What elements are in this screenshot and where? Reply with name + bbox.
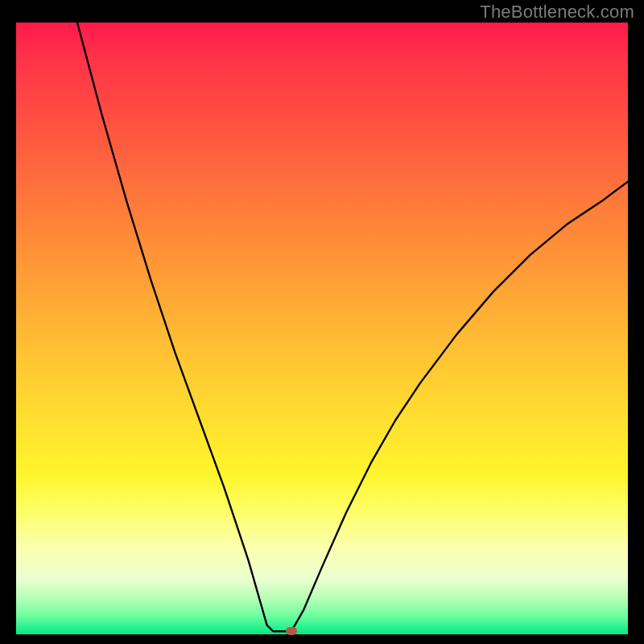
bottleneck-curve bbox=[77, 23, 628, 631]
plot-area bbox=[16, 23, 628, 634]
optimum-marker bbox=[286, 627, 297, 635]
chart-frame: TheBottleneck.com bbox=[0, 0, 644, 644]
curve-svg bbox=[16, 23, 628, 634]
watermark-label: TheBottleneck.com bbox=[480, 2, 634, 23]
